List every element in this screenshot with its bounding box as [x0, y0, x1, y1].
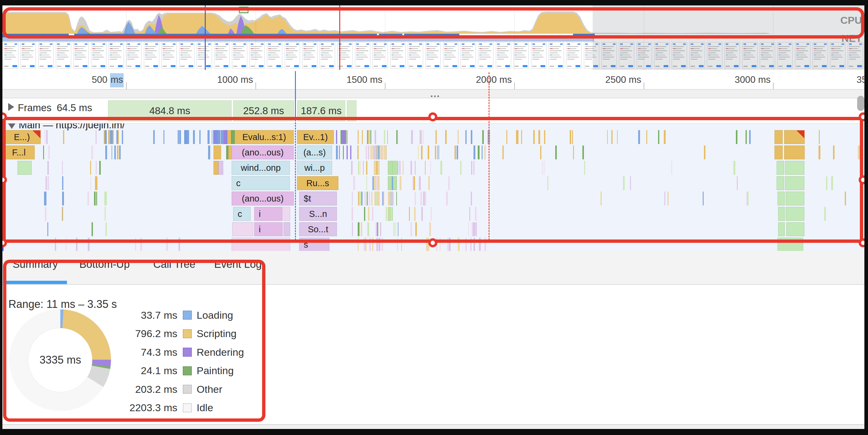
filmstrip-screenshot[interactable] [320, 42, 335, 69]
thumb-text-line [127, 55, 137, 56]
frames-track-label: Frames [18, 102, 52, 113]
thumb-footer-dots [4, 66, 8, 67]
thumb-menu-icon [367, 43, 369, 45]
thumb-text-line [339, 57, 350, 58]
thumb-header [303, 43, 316, 45]
thumb-button [364, 65, 369, 67]
filmstrip-screenshot[interactable] [355, 42, 370, 69]
thumb-text-line [550, 59, 557, 60]
thumb-button [312, 65, 316, 67]
pane-resize-handle[interactable]: … [2, 89, 864, 98]
filmstrip-screenshot[interactable] [179, 42, 194, 69]
thumb-menu-icon [455, 43, 457, 45]
thumb-text-line [198, 55, 208, 56]
thumb-footer-dots [392, 66, 396, 67]
thumb-footer [392, 65, 404, 67]
thumb-text-line [74, 55, 85, 56]
filmstrip-screenshot[interactable] [496, 42, 511, 69]
thumb-button [294, 65, 299, 67]
filmstrip-screenshot[interactable] [3, 42, 19, 69]
filmstrip-screenshot[interactable] [390, 42, 406, 69]
annotation-resize-handle[interactable] [428, 238, 437, 247]
filmstrip-screenshot[interactable] [197, 42, 212, 69]
filmstrip-screenshot[interactable] [425, 42, 441, 69]
filmstrip-screenshot[interactable] [38, 42, 54, 69]
filmstrip-screenshot[interactable] [408, 42, 423, 69]
thumb-menu-icon [102, 43, 105, 45]
thumb-text-line [550, 48, 559, 49]
filmstrip-screenshot[interactable] [566, 42, 582, 69]
thumb-text-line [427, 55, 437, 56]
thumb-text-line [92, 50, 104, 51]
thumb-text-line [427, 46, 438, 47]
thumb-text-line [497, 46, 508, 47]
filmstrip-screenshot[interactable] [144, 42, 159, 69]
filmstrip-screenshot[interactable] [443, 42, 459, 69]
thumb-header [356, 43, 369, 45]
timeline-ruler[interactable]: 500 ms1000 ms1500 ms2000 ms2500 ms3000 m… [2, 70, 864, 90]
thumb-text-line [22, 59, 29, 60]
thumb-text-line [110, 57, 121, 58]
thumb-text-line [4, 53, 12, 53]
filmstrip-screenshot[interactable] [126, 42, 142, 69]
thumb-footer [127, 65, 140, 67]
filmstrip-screenshot[interactable] [161, 42, 177, 69]
thumb-logo-icon [127, 43, 130, 45]
thumb-menu-icon [578, 43, 580, 45]
thumb-button [329, 65, 334, 67]
thumb-footer [162, 65, 176, 67]
thumb-header [268, 43, 281, 45]
thumb-logo-icon [462, 43, 464, 45]
thumb-text-line [392, 59, 399, 60]
filmstrip-screenshot[interactable] [478, 42, 493, 69]
thumb-text-line [409, 46, 420, 47]
thumb-text-line [74, 46, 86, 47]
thumb-footer-dots [251, 66, 255, 67]
thumb-text-line [92, 59, 99, 60]
thumb-button [100, 65, 105, 67]
filmstrip-screenshot[interactable] [461, 42, 476, 69]
filmstrip-screenshot[interactable] [249, 42, 265, 69]
filmstrip-screenshot[interactable] [549, 42, 564, 69]
thumb-button [241, 65, 246, 67]
thumb-footer-dots [110, 66, 114, 67]
filmstrip-screenshot[interactable] [302, 42, 318, 69]
filmstrip-screenshot[interactable] [267, 42, 282, 69]
filmstrip-screenshot[interactable] [372, 42, 388, 69]
thumb-logo-icon [585, 43, 588, 45]
annotation-resize-handle[interactable] [428, 112, 437, 122]
filmstrip-screenshot[interactable] [214, 42, 229, 69]
thumb-header [427, 43, 439, 45]
filmstrip-screenshot[interactable] [513, 42, 529, 69]
filmstrip-screenshot[interactable] [232, 42, 247, 69]
vertical-scrollbar-thumb[interactable] [857, 96, 864, 111]
thumb-menu-icon [296, 43, 299, 45]
thumb-button [347, 65, 352, 67]
filmstrip-screenshot[interactable] [531, 42, 547, 69]
thumb-footer-dots [462, 66, 466, 67]
thumb-text-line [497, 48, 506, 49]
thumb-text-line [462, 57, 473, 58]
thumb-footer-dots [198, 66, 202, 67]
filmstrip-screenshot[interactable] [56, 42, 71, 69]
thumb-logo-icon [162, 43, 165, 45]
thumb-menu-icon [14, 43, 17, 45]
thumb-text-line [180, 53, 188, 53]
thumb-text-line [409, 57, 421, 58]
filmstrip-screenshot[interactable] [73, 42, 89, 69]
thumb-text-line [74, 50, 87, 51]
filmstrip-screenshot[interactable] [108, 42, 124, 69]
thumb-text-line [198, 50, 210, 51]
thumb-text-line [462, 50, 474, 51]
filmstrip-screenshot[interactable] [285, 42, 300, 69]
filmstrip-screenshot[interactable] [21, 42, 36, 69]
filmstrip-screenshot[interactable] [91, 42, 106, 69]
thumb-text-line [198, 46, 209, 47]
thumb-text-line [567, 57, 579, 58]
thumb-footer-dots [497, 66, 501, 67]
frames-expand-icon[interactable] [8, 103, 14, 111]
thumb-text-line [409, 53, 417, 53]
thumb-button [48, 65, 53, 67]
thumb-text-line [110, 53, 118, 53]
thumb-text-line [321, 57, 332, 58]
